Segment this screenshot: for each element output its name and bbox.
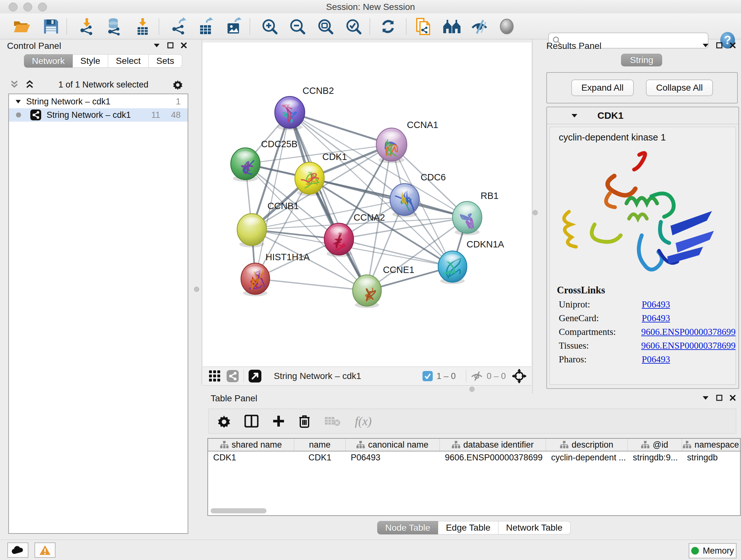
crosslink-row: Tissues:9606.ENSP00000378699 bbox=[559, 340, 736, 351]
vertical-splitter-handle[interactable] bbox=[194, 287, 199, 292]
cell-description[interactable]: cyclin-dependent ... bbox=[546, 453, 628, 462]
panel-menu-icon[interactable] bbox=[153, 43, 160, 48]
warning-status-button[interactable] bbox=[35, 543, 56, 558]
cell-namespace[interactable]: stringdb bbox=[682, 453, 740, 462]
memory-label: Memory bbox=[703, 546, 734, 556]
panel-float-icon[interactable] bbox=[167, 42, 174, 49]
export-table-button[interactable] bbox=[196, 17, 216, 36]
fit-selected-crosshair-icon[interactable] bbox=[512, 369, 526, 383]
node-label-CCNA2: CCNA2 bbox=[354, 212, 385, 223]
horizontal-scrollbar[interactable] bbox=[211, 508, 266, 513]
tab-select[interactable]: Select bbox=[108, 54, 149, 68]
zoom-fit-button[interactable] bbox=[315, 17, 336, 36]
panel-close-icon[interactable] bbox=[730, 42, 736, 49]
column-header-description[interactable]: description bbox=[546, 439, 628, 451]
export-image-button[interactable] bbox=[224, 17, 244, 36]
import-table-icon bbox=[134, 17, 151, 36]
save-floppy-icon bbox=[43, 18, 59, 35]
expand-all-button[interactable]: Expand All bbox=[571, 79, 634, 96]
zoom-fit-icon bbox=[317, 18, 334, 35]
cloud-status-button[interactable] bbox=[7, 543, 28, 558]
network-overview-button[interactable] bbox=[442, 17, 462, 36]
section-collapse-icon[interactable] bbox=[571, 114, 578, 118]
expand-all-icon[interactable] bbox=[25, 80, 35, 89]
add-column-icon[interactable] bbox=[273, 415, 285, 427]
birds-eye-view-icon[interactable] bbox=[248, 369, 262, 383]
panel-close-icon[interactable] bbox=[181, 42, 187, 49]
grid-view-icon[interactable] bbox=[208, 370, 221, 382]
panel-menu-icon[interactable] bbox=[702, 395, 709, 400]
network-edge[interactable] bbox=[290, 112, 367, 291]
network-view-type-icon[interactable] bbox=[226, 370, 239, 382]
crosslink-link[interactable]: P06493 bbox=[642, 354, 670, 365]
panel-float-icon[interactable] bbox=[716, 42, 723, 49]
cell-shared-name[interactable]: CDK1 bbox=[208, 453, 294, 462]
selected-nodes-checkbox-icon[interactable] bbox=[422, 371, 433, 381]
import-database-button[interactable] bbox=[104, 17, 124, 36]
zoom-out-button[interactable] bbox=[287, 17, 308, 36]
tab-network-table[interactable]: Network Table bbox=[498, 521, 570, 535]
show-graphics-details-button[interactable] bbox=[496, 17, 517, 36]
panel-float-icon[interactable] bbox=[716, 395, 723, 401]
export-network-button[interactable] bbox=[169, 17, 189, 36]
cell-id[interactable]: stringdb:9... bbox=[628, 453, 682, 462]
refresh-button[interactable] bbox=[378, 17, 398, 36]
memory-button[interactable]: Memory bbox=[689, 543, 737, 558]
tab-network[interactable]: Network bbox=[24, 54, 73, 68]
table-settings-gear-icon[interactable] bbox=[218, 415, 230, 428]
cell-database-identifier[interactable]: 9606.ENSP00000378699 bbox=[440, 453, 546, 462]
collapse-all-icon[interactable] bbox=[10, 80, 19, 89]
network-row-label: String Network – cdk1 bbox=[47, 110, 151, 120]
network-view-canvas[interactable]: CCNB2CCNA1CDC25BCDK1CDC6RB1CCNB1CCNA2CDK… bbox=[203, 43, 531, 367]
show-columns-icon[interactable] bbox=[245, 415, 259, 428]
crosslink-link[interactable]: 9606.ENSP00000378699 bbox=[641, 340, 736, 351]
save-session-button[interactable] bbox=[41, 17, 61, 36]
zoom-in-button[interactable] bbox=[259, 17, 280, 36]
network-edge[interactable] bbox=[255, 279, 367, 291]
results-panel: Results Panel String Expand All Collapse… bbox=[539, 39, 741, 393]
network-options-gear-icon[interactable] bbox=[172, 79, 183, 90]
panel-menu-icon[interactable] bbox=[702, 43, 709, 48]
tab-node-table[interactable]: Node Table bbox=[377, 521, 438, 535]
application-window: Session: New Session bbox=[0, 0, 741, 560]
crosslink-link[interactable]: P06493 bbox=[642, 313, 670, 323]
delete-column-icon[interactable] bbox=[299, 415, 310, 428]
crosslink-link[interactable]: 9606.ENSP00000378699 bbox=[641, 327, 736, 337]
panel-close-icon[interactable] bbox=[730, 395, 736, 401]
right-splitter-handle[interactable] bbox=[533, 210, 538, 215]
tab-sets[interactable]: Sets bbox=[149, 54, 182, 68]
column-header-id[interactable]: @id bbox=[628, 439, 682, 451]
hide-graphics-details-button[interactable] bbox=[469, 17, 489, 36]
collapse-all-button[interactable]: Collapse All bbox=[646, 79, 713, 96]
column-header-database-identifier[interactable]: database identifier bbox=[440, 439, 546, 451]
tab-style[interactable]: Style bbox=[73, 54, 108, 68]
column-header-name[interactable]: name bbox=[294, 439, 346, 451]
gene-section-header[interactable]: CDK1 bbox=[547, 107, 738, 124]
crosslink-row: Pharos:P06493 bbox=[559, 354, 736, 365]
zoom-selected-button[interactable] bbox=[343, 17, 364, 36]
cell-canonical-name[interactable]: P06493 bbox=[346, 453, 440, 462]
cell-name[interactable]: CDK1 bbox=[294, 453, 346, 462]
hierarchy-icon bbox=[560, 441, 568, 449]
column-header-canonical-name[interactable]: canonical name bbox=[346, 439, 440, 451]
column-header-shared-name[interactable]: shared name bbox=[208, 439, 294, 451]
crosslink-link[interactable]: P06493 bbox=[642, 299, 670, 310]
duplicate-network-button[interactable] bbox=[413, 17, 433, 36]
hidden-eye-slash-icon[interactable] bbox=[471, 371, 483, 381]
table-header-row: shared name name canonical name database… bbox=[208, 439, 740, 451]
open-file-button[interactable] bbox=[11, 17, 32, 36]
tab-edge-table[interactable]: Edge Table bbox=[438, 521, 498, 535]
network-graph[interactable]: CCNB2CCNA1CDC25BCDK1CDC6RB1CCNB1CCNA2CDK… bbox=[203, 43, 531, 367]
import-network-button[interactable] bbox=[77, 17, 97, 36]
tab-string[interactable]: String bbox=[621, 54, 662, 66]
tree-expand-icon[interactable] bbox=[15, 100, 21, 104]
network-edge[interactable] bbox=[290, 112, 392, 145]
import-table-button[interactable] bbox=[132, 17, 153, 36]
network-row-selected[interactable]: String Network – cdk1 11 48 bbox=[9, 108, 188, 122]
network-collection-row[interactable]: String Network – cdk1 1 bbox=[9, 95, 188, 108]
panel-divider bbox=[532, 39, 533, 393]
column-header-namespace[interactable]: namespace bbox=[682, 439, 740, 451]
horizontal-splitter-handle[interactable] bbox=[469, 387, 475, 392]
hierarchy-icon bbox=[356, 441, 365, 449]
protein-structure-image bbox=[554, 145, 732, 283]
